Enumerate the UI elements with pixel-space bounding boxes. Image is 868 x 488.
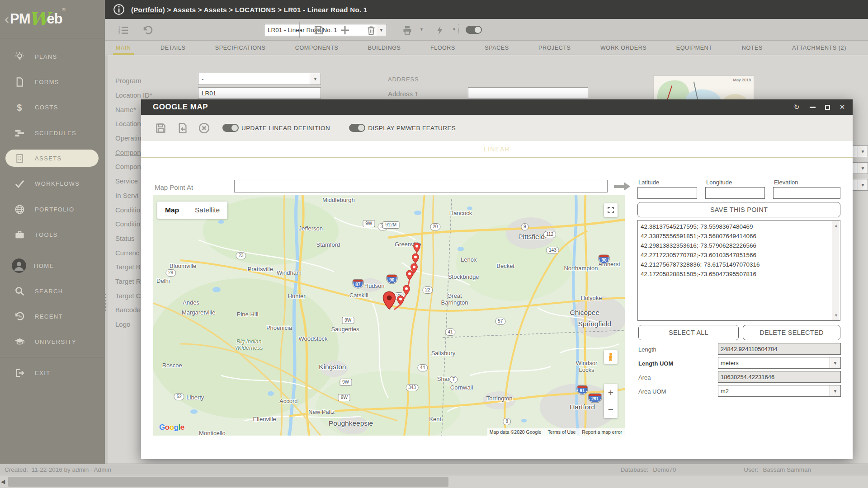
sidebar-item-workflows[interactable]: WORKFLOWS xyxy=(5,175,99,192)
sidebar-item-schedules[interactable]: SCHEDULES xyxy=(5,124,99,141)
tab-notes[interactable]: NOTES xyxy=(739,41,765,55)
sidebar-item-plans[interactable]: PLANS xyxy=(5,48,99,65)
print-dropdown-caret[interactable]: ▼ xyxy=(420,27,424,32)
coordinates-scrollbar[interactable]: ▲ ▼ xyxy=(832,221,840,320)
report-map-error-link[interactable]: Report a map error xyxy=(582,429,622,435)
location-id-value: LR01 xyxy=(198,90,321,97)
map-type-control: Map Satellite xyxy=(157,202,227,219)
clipped-dropdown-fragment[interactable]: ▼ xyxy=(853,179,868,191)
longitude-input[interactable] xyxy=(705,187,765,199)
horizontal-scrollbar[interactable]: ◀ xyxy=(0,475,868,488)
update-linear-definition-toggle[interactable] xyxy=(222,124,239,132)
fullscreen-button[interactable] xyxy=(604,203,618,217)
scroll-left-icon[interactable]: ◀ xyxy=(1,479,5,485)
tab-details[interactable]: DETAILS xyxy=(158,41,188,55)
logo-chevron-icon: ‹ xyxy=(5,11,9,27)
select-all-button[interactable]: SELECT ALL xyxy=(638,325,739,340)
form-field-label: Location ID* xyxy=(115,91,152,99)
sidebar-item-assets[interactable]: ASSETS xyxy=(5,150,99,167)
tab-main[interactable]: MAIN xyxy=(113,41,134,55)
tab-floors[interactable]: FLOORS xyxy=(428,41,458,55)
zoom-in-button[interactable]: + xyxy=(604,384,618,401)
scroll-up-icon[interactable]: ▲ xyxy=(832,222,840,229)
tab-components[interactable]: COMPONENTS xyxy=(292,41,341,55)
map-point-at-input[interactable] xyxy=(234,180,608,192)
list-view-icon[interactable]: 123 xyxy=(117,24,130,37)
map-type-map-button[interactable]: Map xyxy=(157,202,187,219)
save-icon[interactable] xyxy=(154,121,167,135)
tab-buildings[interactable]: BUILDINGS xyxy=(365,41,404,55)
latitude-input[interactable] xyxy=(637,187,697,199)
sidebar-item-university[interactable]: UNIVERSITY xyxy=(5,333,99,350)
undo-history-icon[interactable] xyxy=(141,24,155,37)
tab-linear[interactable]: LINEAR xyxy=(484,145,510,153)
sidebar-item-label: UNIVERSITY xyxy=(35,338,76,345)
program-dropdown[interactable]: - ▼ xyxy=(198,73,321,85)
breadcrumb-portfolio-link[interactable]: (Portfolio) xyxy=(131,6,165,14)
lightning-actions-icon[interactable] xyxy=(433,24,447,37)
terms-of-use-link[interactable]: Terms of Use xyxy=(547,429,576,435)
sidebar-item-costs[interactable]: $ COSTS xyxy=(5,99,99,116)
export-icon[interactable] xyxy=(175,121,189,135)
clipped-dropdown-fragment[interactable]: ▼ xyxy=(853,145,868,157)
map-type-satellite-button[interactable]: Satellite xyxy=(187,202,227,219)
google-map-canvas[interactable]: MiddleburghHancockJeffersonPittsfieldSta… xyxy=(153,195,625,436)
horizontal-scrollbar-handle[interactable] xyxy=(8,477,448,487)
map-marker-pin[interactable] xyxy=(403,285,410,295)
delete-selected-button[interactable]: DELETE SELECTED xyxy=(743,325,840,340)
minimize-icon[interactable] xyxy=(806,99,819,115)
map-marker-pin[interactable] xyxy=(382,291,396,310)
tab-work-orders[interactable]: WORK ORDERS xyxy=(598,41,649,55)
length-uom-dropdown[interactable]: meters ▼ xyxy=(718,357,841,369)
dialog-titlebar[interactable]: GOOGLE MAP ↻ ✕ xyxy=(141,99,853,115)
google-logo[interactable]: Google xyxy=(159,423,184,432)
info-icon[interactable] xyxy=(113,4,125,15)
cancel-icon[interactable] xyxy=(197,121,211,135)
coordinates-listbox[interactable]: 42.38137545217595;-73.5598367480469 42.3… xyxy=(637,220,840,321)
scroll-down-icon[interactable]: ▼ xyxy=(832,312,840,319)
pmweb-logo[interactable]: ‹PMWeb® xyxy=(5,6,99,32)
tab-specifications[interactable]: SPECIFICATIONS xyxy=(212,41,269,55)
elevation-input[interactable] xyxy=(773,187,840,199)
sidebar-item-forms[interactable]: FORMS xyxy=(5,73,99,90)
svg-text:$: $ xyxy=(17,102,22,112)
area-uom-dropdown[interactable]: m2 ▼ xyxy=(718,385,841,397)
add-icon[interactable] xyxy=(338,24,352,37)
display-pmweb-features-toggle[interactable] xyxy=(349,124,365,132)
chevron-down-icon: ▼ xyxy=(310,73,321,84)
tab-attachments[interactable]: ATTACHMENTS (2) xyxy=(789,41,849,55)
refresh-icon[interactable]: ↻ xyxy=(790,99,803,115)
tab-equipment[interactable]: EQUIPMENT xyxy=(674,41,715,55)
user-label: User: xyxy=(744,466,758,473)
location-id-input[interactable]: LR01 xyxy=(198,87,321,99)
delete-trash-icon[interactable] xyxy=(364,24,378,37)
sidebar-item-tools[interactable]: TOOLS xyxy=(5,226,99,243)
sidebar-item-search[interactable]: SEARCH xyxy=(5,282,99,300)
sidebar-item-label: SCHEDULES xyxy=(35,130,76,136)
globe-icon xyxy=(12,204,27,215)
tab-spaces[interactable]: SPACES xyxy=(482,41,511,55)
map-marker-pin[interactable] xyxy=(406,270,414,280)
zoom-out-button[interactable]: − xyxy=(604,401,618,418)
sidebar-item-recent[interactable]: RECENT xyxy=(5,308,99,325)
map-marker-pin[interactable] xyxy=(413,242,421,253)
print-icon[interactable] xyxy=(401,24,414,37)
sidebar-item-exit[interactable]: EXIT xyxy=(5,364,99,381)
map-marker-pin[interactable] xyxy=(411,253,419,264)
save-icon[interactable] xyxy=(312,24,326,37)
address-section-label: ADDRESS xyxy=(388,76,419,83)
tab-projects[interactable]: PROJECTS xyxy=(536,41,573,55)
sidebar-item-portfolio[interactable]: PORTFOLIO xyxy=(5,201,99,218)
map-marker-pin[interactable] xyxy=(396,295,404,305)
area-label: Area xyxy=(638,374,651,381)
save-this-point-button[interactable]: SAVE THIS POINT xyxy=(637,202,840,217)
clipped-dropdown-fragment[interactable]: ▼ xyxy=(853,162,868,174)
lightning-dropdown-caret[interactable]: ▼ xyxy=(452,27,456,32)
close-icon[interactable]: ✕ xyxy=(835,99,849,115)
toolbar-toggle[interactable] xyxy=(466,26,482,34)
sidebar-item-home[interactable]: HOME xyxy=(5,257,99,274)
address1-input[interactable] xyxy=(468,87,588,99)
go-arrow-icon[interactable] xyxy=(613,181,631,192)
maximize-icon[interactable] xyxy=(821,99,834,115)
pegman-streetview-control[interactable] xyxy=(604,350,618,364)
